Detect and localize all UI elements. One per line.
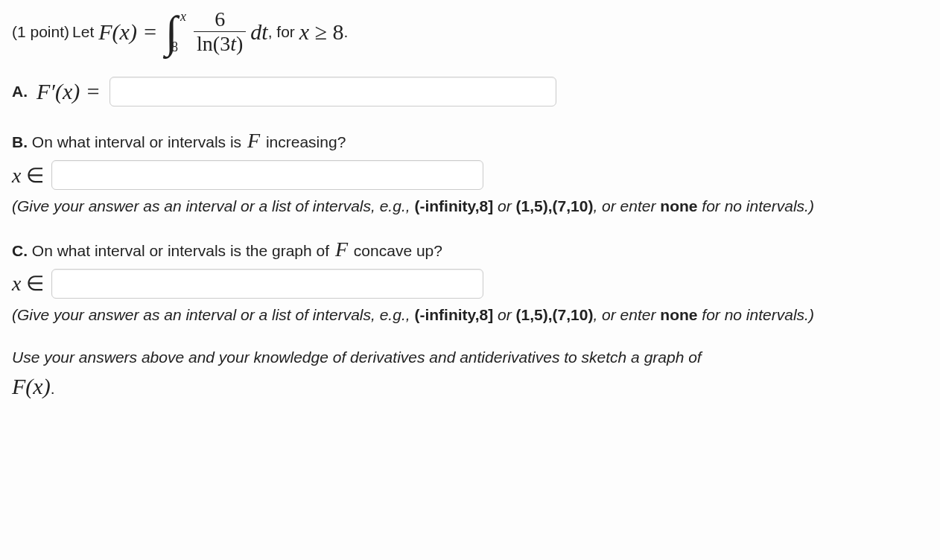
- part-a-input[interactable]: [109, 77, 556, 106]
- part-c-xin: x ∈: [12, 271, 44, 296]
- part-b-xin: x ∈: [12, 163, 44, 188]
- integral-sign: ∫: [165, 16, 177, 48]
- part-c-input[interactable]: [51, 269, 483, 299]
- part-a-expr: F′(x) =: [36, 79, 101, 104]
- part-b-F: F: [247, 129, 260, 152]
- let-text: Let: [72, 23, 94, 41]
- integral-expr: ∫ x 8: [165, 9, 186, 55]
- part-b-label: B.: [12, 133, 28, 150]
- problem-intro: (1 point) Let F(x) = ∫ x 8 6 ln(3t) dt ,…: [12, 7, 928, 56]
- integral-upper: x: [180, 9, 186, 25]
- hint-text1: (Give your answer as an interval or a li…: [12, 197, 410, 214]
- hint-ex2: (1,5),(7,10): [516, 197, 594, 214]
- part-b-input[interactable]: [51, 160, 483, 190]
- part-c-hint: (Give your answer as an interval or a li…: [12, 303, 928, 327]
- intro-period: .: [344, 23, 349, 41]
- final-fx: F(x): [12, 374, 51, 398]
- part-b-text2: increasing?: [266, 133, 346, 150]
- part-b-input-row: x ∈: [12, 160, 928, 190]
- hint-c-ex2: (1,5),(7,10): [516, 306, 594, 323]
- part-b-hint: (Give your answer as an interval or a li…: [12, 194, 928, 218]
- part-c-question: C. On what interval or intervals is the …: [12, 238, 928, 261]
- part-c-text2: concave up?: [354, 242, 442, 259]
- fx-expr: F(x) =: [98, 19, 157, 45]
- hint-or1: or: [498, 197, 512, 214]
- for-text: , for: [268, 23, 295, 41]
- fraction-denominator: ln(3t): [194, 31, 246, 56]
- hint-c-text2: for no intervals.): [702, 306, 814, 323]
- hint-text2: for no intervals.): [702, 197, 814, 214]
- final-instruction: Use your answers above and your knowledg…: [12, 346, 928, 403]
- part-c-input-row: x ∈: [12, 269, 928, 299]
- points-label: (1 point): [12, 23, 69, 41]
- hint-c-ex1: (-infinity,8]: [414, 306, 493, 323]
- part-c-F: F: [335, 238, 348, 261]
- hint-ex1: (-infinity,8]: [414, 197, 493, 214]
- integrand-fraction: 6 ln(3t): [194, 7, 246, 56]
- final-text: Use your answers above and your knowledg…: [12, 349, 702, 366]
- hint-c-or1: or: [498, 306, 512, 323]
- fraction-numerator: 6: [212, 7, 228, 31]
- part-b-text1: On what interval or intervals is: [32, 133, 241, 150]
- integral-bounds: x 8: [176, 9, 186, 55]
- hint-c-none: none: [660, 306, 697, 323]
- hint-none: none: [660, 197, 697, 214]
- hint-or2: , or enter: [593, 197, 655, 214]
- part-a: A. F′(x) =: [12, 77, 928, 106]
- part-c-text1: On what interval or intervals is the gra…: [32, 242, 329, 259]
- hint-c-text1: (Give your answer as an interval or a li…: [12, 306, 410, 323]
- part-b-question: B. On what interval or intervals is F in…: [12, 129, 928, 153]
- final-period: .: [51, 380, 55, 397]
- part-a-label: A.: [12, 83, 28, 101]
- part-c-label: C.: [12, 242, 28, 259]
- condition: x ≥ 8: [299, 19, 344, 45]
- dt-text: dt: [250, 19, 267, 45]
- hint-c-or2: , or enter: [593, 306, 655, 323]
